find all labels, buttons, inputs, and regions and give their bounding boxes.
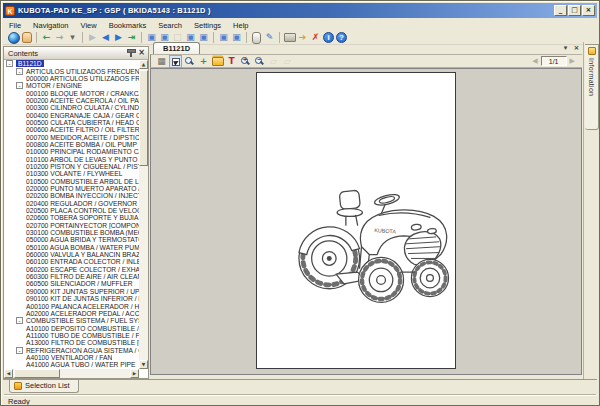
- tree-expander-icon[interactable]: -: [6, 60, 13, 67]
- tree-item[interactable]: 060000 VALVULA Y BALANCIN BRAZO / V: [4, 251, 139, 258]
- tree-item[interactable]: 010200 PISTON Y CIGUEENAL / PISTON: [4, 163, 139, 170]
- tree-group[interactable]: -REFRIGERACION AGUA SISTEMA / COOLING: [4, 346, 139, 353]
- tree-item[interactable]: 090100 KIT DE JUNTAS INFERIOR / LOW: [4, 295, 139, 302]
- tab-menu-icon[interactable]: ▾: [560, 44, 571, 54]
- next-page-icon[interactable]: ▶: [112, 31, 125, 44]
- scroll-thumb-horizontal[interactable]: [14, 369, 60, 378]
- menu-navigation[interactable]: Navigation: [27, 20, 74, 31]
- tree-group[interactable]: -ARTICULOS UTILIZADOS FRECUENTEMENTE: [4, 67, 139, 74]
- open-folder-icon[interactable]: [211, 55, 224, 68]
- information-tab[interactable]: Information: [585, 44, 599, 130]
- tree-item[interactable]: 000300 CILINDRO CULATA / CYLINDER H: [4, 104, 139, 111]
- tree-item[interactable]: 050100 AGUA BOMBA / WATER PUMP: [4, 244, 139, 251]
- tree-expander-icon[interactable]: -: [16, 317, 23, 324]
- tree-item[interactable]: A02000 ACELERADOR PEDAL / ACCELE: [4, 310, 139, 317]
- tree-item[interactable]: 000000 ARTICULOS UTILIZADOS FRECUE: [4, 75, 139, 82]
- add-part-icon[interactable]: +: [197, 55, 210, 68]
- scroll-thumb[interactable]: [139, 70, 148, 166]
- tree-item[interactable]: 000500 CULATA CUBIERTA / HEAD COVE: [4, 119, 139, 126]
- document-canvas[interactable]: KUBOTA: [150, 68, 582, 375]
- tree-item[interactable]: 020600 TOBERA SOPORTE Y BUJIA DE C: [4, 214, 139, 221]
- tree-item[interactable]: A10100 DEPOSITO COMBUSTIBLE / FUE: [4, 324, 139, 331]
- menu-help[interactable]: Help: [227, 20, 254, 31]
- tree-horizontal-scrollbar[interactable]: ◀ ▶: [4, 369, 139, 378]
- text-note-icon[interactable]: T: [225, 55, 238, 68]
- tree-item[interactable]: A41000 AGUA TUBO / WATER PIPE: [4, 361, 139, 368]
- tree-item[interactable]: A00100 PALANCA ACELERADOR / HAND: [4, 302, 139, 309]
- tree-item[interactable]: 090000 KIT JUNTAS SUPERIOR / UPPER: [4, 288, 139, 295]
- tree-item[interactable]: 020400 REGULADOR / GOVERNOR: [4, 200, 139, 207]
- contents-tree: -B1121D-ARTICULOS UTILIZADOS FRECUENTEME…: [4, 60, 139, 369]
- tree-item[interactable]: 010500 COMBUSTIBLE ARBOL DE LEVAS: [4, 178, 139, 185]
- thumbnail-view-icon[interactable]: ▦: [155, 55, 168, 68]
- page-navigation: ◀ 1/1 ▶: [529, 56, 578, 66]
- scroll-down-icon[interactable]: ▼: [139, 360, 148, 369]
- page-prev-icon[interactable]: ◀: [529, 56, 540, 66]
- menu-settings[interactable]: Settings: [188, 20, 227, 31]
- tree-expander-icon[interactable]: -: [16, 68, 23, 75]
- selection-list-tab[interactable]: Selection List: [9, 380, 79, 393]
- tree-item[interactable]: 010300 VOLANTE / FLYWHEEL: [4, 170, 139, 177]
- page-next-icon[interactable]: ▶: [567, 56, 578, 66]
- tree-item[interactable]: 020500 PLACA CONTROL DE VELOCIDAD: [4, 207, 139, 214]
- home-globe-icon[interactable]: [7, 31, 20, 44]
- last-page-icon[interactable]: ⇥: [125, 31, 138, 44]
- close-button[interactable]: ×: [582, 5, 595, 16]
- document-panel: B1121D ▾ × ▦+T+−▱▱ ◀ 1/1 ▶: [150, 42, 582, 378]
- tree-item[interactable]: 060200 ESCAPE COLECTOR / EXHAUST: [4, 266, 139, 273]
- prev-page-icon[interactable]: ◀: [99, 31, 112, 44]
- menu-file[interactable]: File: [3, 20, 27, 31]
- tree-vertical-scrollbar[interactable]: ▲ ▼: [139, 60, 148, 369]
- tab-close-icon[interactable]: ×: [571, 44, 582, 54]
- tree-item[interactable]: 060500 SILENCIADOR / MUFFLER: [4, 280, 139, 287]
- document-tab[interactable]: B1121D: [153, 42, 200, 54]
- tree-item[interactable]: 000800 ACEITE BOMBA / OIL PUMP: [4, 141, 139, 148]
- diagram-page[interactable]: KUBOTA: [256, 72, 456, 369]
- zoom-out-icon[interactable]: −: [253, 55, 266, 68]
- tree-item[interactable]: 060100 ENTRADA COLECTOR / INLET M: [4, 258, 139, 265]
- scroll-left-icon[interactable]: ◀: [4, 369, 13, 378]
- scroll-right-icon[interactable]: ▶: [130, 369, 139, 378]
- tree-item[interactable]: A40100 VENTILADOR / FAN: [4, 354, 139, 361]
- select-tool-icon[interactable]: [169, 55, 182, 68]
- pin-icon[interactable]: [126, 49, 135, 58]
- tree-item[interactable]: 020200 BOMBA INYECCION / INJECTION: [4, 192, 139, 199]
- zoom-area-icon[interactable]: [183, 55, 196, 68]
- tree-item[interactable]: 010000 PRINCIPAL RODAMIENTO CAJA /: [4, 148, 139, 155]
- tree-item[interactable]: 000400 ENGRANAJE CAJA / GEAR CASE: [4, 111, 139, 118]
- tree-group[interactable]: -COMBUSTIBLE SISTEMA / FUEL SYSTEM: [4, 317, 139, 324]
- tree-item-label: A41000 AGUA TUBO / WATER PIPE: [26, 361, 136, 368]
- tree-item[interactable]: 010100 ARBOL DE LEVAS Y PUNTO MUE: [4, 155, 139, 162]
- tree-expander-icon[interactable]: -: [16, 82, 23, 89]
- tree-item[interactable]: 000700 MEDIDOR,ACEITE / DIPSTICK AN: [4, 133, 139, 140]
- forward-icon[interactable]: →: [53, 31, 66, 44]
- menu-search[interactable]: Search: [152, 20, 188, 31]
- tree-item[interactable]: 030100 COMBUSTIBLE BOMBA (MECANI: [4, 229, 139, 236]
- back-icon[interactable]: ←: [40, 31, 53, 44]
- tree-item[interactable]: A13000 FILTRO DE COMBUSTIBLE [COM: [4, 339, 139, 346]
- tree-item-label: A40100 VENTILADOR / FAN: [26, 354, 112, 361]
- tree-group[interactable]: -MOTOR / ENGINE: [4, 82, 139, 89]
- menu-view[interactable]: View: [75, 20, 103, 31]
- tree-item[interactable]: 020700 PORTAINYECTOR [COMPONENT: [4, 222, 139, 229]
- scroll-up-icon[interactable]: ▲: [139, 60, 148, 69]
- tree-item[interactable]: 000100 BLOQUE MOTOR / CRANKCASE: [4, 89, 139, 96]
- tree-item-label: A02000 ACELERADOR PEDAL / ACCELE: [26, 310, 139, 317]
- tree-item[interactable]: 000200 ACEITE CACEROLA / OIL PAN: [4, 97, 139, 104]
- zoom-in-icon[interactable]: +: [239, 55, 252, 68]
- tree-item[interactable]: A11000 TUBO DE COMBUSTIBLE / FUEL: [4, 332, 139, 339]
- tree-item[interactable]: 060300 FILTRO DE AIRE / AIR CLEANER: [4, 273, 139, 280]
- contents-close-icon[interactable]: ×: [137, 49, 146, 58]
- forward-dropdown-icon[interactable]: ▾: [66, 31, 79, 44]
- tree-item-label: 000800 ACEITE BOMBA / OIL PUMP: [26, 141, 137, 148]
- minimize-button[interactable]: _: [554, 5, 567, 16]
- tree-expander-icon[interactable]: -: [16, 347, 23, 354]
- menu-bookmarks[interactable]: Bookmarks: [103, 20, 153, 31]
- maximize-button[interactable]: □: [568, 5, 581, 16]
- tree-root[interactable]: -B1121D: [4, 60, 139, 67]
- play-icon[interactable]: ▶: [86, 31, 99, 44]
- tree-item[interactable]: 000600 ACEITE FILTRO / OIL FILTER: [4, 126, 139, 133]
- hand-tool-icon[interactable]: [20, 31, 33, 44]
- tree-item[interactable]: 050000 AGUA BRIDA Y TERMOSTATO / V: [4, 236, 139, 243]
- tree-item[interactable]: 020000 PUNTO MUERTO APARATO / IDL: [4, 185, 139, 192]
